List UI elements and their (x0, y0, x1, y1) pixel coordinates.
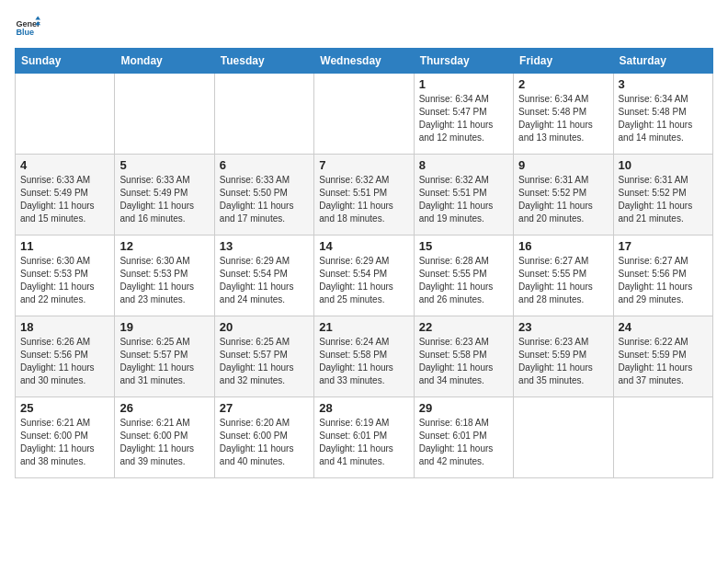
day-cell: 26Sunrise: 6:21 AMSunset: 6:00 PMDayligh… (115, 397, 214, 478)
day-cell: 18Sunrise: 6:26 AMSunset: 5:56 PMDayligh… (16, 316, 115, 397)
day-info: Sunrise: 6:33 AMSunset: 5:49 PMDaylight:… (20, 174, 109, 225)
day-cell: 20Sunrise: 6:25 AMSunset: 5:57 PMDayligh… (214, 316, 313, 397)
day-cell (314, 74, 414, 155)
day-cell: 17Sunrise: 6:27 AMSunset: 5:56 PMDayligh… (613, 236, 712, 316)
week-row-1: 4Sunrise: 6:33 AMSunset: 5:49 PMDaylight… (16, 155, 713, 236)
day-number: 15 (419, 239, 508, 253)
day-cell: 28Sunrise: 6:19 AMSunset: 6:01 PMDayligh… (314, 397, 414, 478)
weekday-header-friday: Friday (514, 49, 613, 74)
day-info: Sunrise: 6:20 AMSunset: 6:00 PMDaylight:… (220, 417, 309, 468)
day-cell: 15Sunrise: 6:28 AMSunset: 5:55 PMDayligh… (414, 236, 513, 316)
day-cell: 24Sunrise: 6:22 AMSunset: 5:59 PMDayligh… (613, 316, 712, 397)
weekday-header-monday: Monday (115, 49, 214, 74)
day-info: Sunrise: 6:33 AMSunset: 5:50 PMDaylight:… (220, 174, 309, 225)
day-number: 2 (518, 77, 608, 91)
day-cell: 2Sunrise: 6:34 AMSunset: 5:48 PMDaylight… (514, 74, 613, 155)
day-cell: 29Sunrise: 6:18 AMSunset: 6:01 PMDayligh… (414, 397, 513, 478)
weekday-header-saturday: Saturday (613, 49, 712, 74)
day-cell (16, 74, 115, 155)
day-cell: 3Sunrise: 6:34 AMSunset: 5:48 PMDaylight… (613, 74, 712, 155)
day-cell: 5Sunrise: 6:33 AMSunset: 5:49 PMDaylight… (115, 155, 214, 236)
day-cell: 6Sunrise: 6:33 AMSunset: 5:50 PMDaylight… (214, 155, 313, 236)
day-number: 10 (619, 158, 708, 172)
day-number: 28 (319, 401, 408, 415)
day-number: 19 (119, 320, 209, 334)
day-number: 16 (518, 239, 608, 253)
day-cell: 10Sunrise: 6:31 AMSunset: 5:52 PMDayligh… (613, 155, 712, 236)
day-info: Sunrise: 6:21 AMSunset: 6:00 PMDaylight:… (119, 417, 209, 468)
day-info: Sunrise: 6:34 AMSunset: 5:48 PMDaylight:… (518, 93, 608, 144)
day-number: 14 (319, 239, 408, 253)
day-number: 8 (419, 158, 508, 172)
day-info: Sunrise: 6:27 AMSunset: 5:56 PMDaylight:… (619, 255, 708, 306)
svg-marker-2 (35, 16, 40, 19)
day-info: Sunrise: 6:32 AMSunset: 5:51 PMDaylight:… (319, 174, 408, 225)
day-number: 22 (419, 320, 508, 334)
weekday-header-tuesday: Tuesday (214, 49, 313, 74)
day-info: Sunrise: 6:30 AMSunset: 5:53 PMDaylight:… (20, 255, 109, 306)
day-info: Sunrise: 6:27 AMSunset: 5:55 PMDaylight:… (518, 255, 608, 306)
day-number: 6 (220, 158, 309, 172)
day-number: 26 (119, 401, 209, 415)
weekday-header-row: SundayMondayTuesdayWednesdayThursdayFrid… (16, 49, 713, 74)
day-info: Sunrise: 6:25 AMSunset: 5:57 PMDaylight:… (220, 336, 309, 387)
day-number: 23 (518, 320, 608, 334)
day-cell: 21Sunrise: 6:24 AMSunset: 5:58 PMDayligh… (314, 316, 414, 397)
weekday-header-thursday: Thursday (414, 49, 513, 74)
day-cell: 13Sunrise: 6:29 AMSunset: 5:54 PMDayligh… (214, 236, 313, 316)
day-number: 18 (20, 320, 109, 334)
weekday-header-wednesday: Wednesday (314, 49, 414, 74)
day-number: 5 (119, 158, 209, 172)
day-info: Sunrise: 6:31 AMSunset: 5:52 PMDaylight:… (619, 174, 708, 225)
day-info: Sunrise: 6:25 AMSunset: 5:57 PMDaylight:… (119, 336, 209, 387)
day-info: Sunrise: 6:23 AMSunset: 5:59 PMDaylight:… (518, 336, 608, 387)
svg-text:Blue: Blue (16, 28, 34, 37)
logo-icon: General Blue (15, 15, 40, 40)
day-info: Sunrise: 6:21 AMSunset: 6:00 PMDaylight:… (20, 417, 109, 468)
day-number: 3 (619, 77, 708, 91)
day-info: Sunrise: 6:19 AMSunset: 6:01 PMDaylight:… (319, 417, 408, 468)
day-cell: 9Sunrise: 6:31 AMSunset: 5:52 PMDaylight… (514, 155, 613, 236)
day-number: 17 (619, 239, 708, 253)
day-info: Sunrise: 6:33 AMSunset: 5:49 PMDaylight:… (119, 174, 209, 225)
day-info: Sunrise: 6:26 AMSunset: 5:56 PMDaylight:… (20, 336, 109, 387)
day-info: Sunrise: 6:30 AMSunset: 5:53 PMDaylight:… (119, 255, 209, 306)
day-number: 4 (20, 158, 109, 172)
day-cell: 12Sunrise: 6:30 AMSunset: 5:53 PMDayligh… (115, 236, 214, 316)
day-cell: 22Sunrise: 6:23 AMSunset: 5:58 PMDayligh… (414, 316, 513, 397)
day-number: 11 (20, 239, 109, 253)
week-row-0: 1Sunrise: 6:34 AMSunset: 5:47 PMDaylight… (16, 74, 713, 155)
day-cell: 4Sunrise: 6:33 AMSunset: 5:49 PMDaylight… (16, 155, 115, 236)
logo: General Blue (15, 15, 44, 40)
day-cell (115, 74, 214, 155)
day-info: Sunrise: 6:23 AMSunset: 5:58 PMDaylight:… (419, 336, 508, 387)
day-cell: 25Sunrise: 6:21 AMSunset: 6:00 PMDayligh… (16, 397, 115, 478)
day-info: Sunrise: 6:28 AMSunset: 5:55 PMDaylight:… (419, 255, 508, 306)
week-row-3: 18Sunrise: 6:26 AMSunset: 5:56 PMDayligh… (16, 316, 713, 397)
day-number: 25 (20, 401, 109, 415)
day-number: 29 (419, 401, 508, 415)
day-cell: 1Sunrise: 6:34 AMSunset: 5:47 PMDaylight… (414, 74, 513, 155)
day-info: Sunrise: 6:31 AMSunset: 5:52 PMDaylight:… (518, 174, 608, 225)
day-number: 12 (119, 239, 209, 253)
calendar-table: SundayMondayTuesdayWednesdayThursdayFrid… (15, 48, 713, 478)
day-info: Sunrise: 6:34 AMSunset: 5:48 PMDaylight:… (619, 93, 708, 144)
day-cell: 23Sunrise: 6:23 AMSunset: 5:59 PMDayligh… (514, 316, 613, 397)
weekday-header-sunday: Sunday (16, 49, 115, 74)
day-cell: 27Sunrise: 6:20 AMSunset: 6:00 PMDayligh… (214, 397, 313, 478)
day-number: 20 (220, 320, 309, 334)
day-cell (514, 397, 613, 478)
day-info: Sunrise: 6:34 AMSunset: 5:47 PMDaylight:… (419, 93, 508, 144)
day-cell: 14Sunrise: 6:29 AMSunset: 5:54 PMDayligh… (314, 236, 414, 316)
day-cell: 19Sunrise: 6:25 AMSunset: 5:57 PMDayligh… (115, 316, 214, 397)
day-cell: 16Sunrise: 6:27 AMSunset: 5:55 PMDayligh… (514, 236, 613, 316)
day-info: Sunrise: 6:29 AMSunset: 5:54 PMDaylight:… (319, 255, 408, 306)
day-number: 1 (419, 77, 508, 91)
day-cell: 7Sunrise: 6:32 AMSunset: 5:51 PMDaylight… (314, 155, 414, 236)
day-info: Sunrise: 6:29 AMSunset: 5:54 PMDaylight:… (220, 255, 309, 306)
day-info: Sunrise: 6:32 AMSunset: 5:51 PMDaylight:… (419, 174, 508, 225)
day-number: 24 (619, 320, 708, 334)
day-cell: 11Sunrise: 6:30 AMSunset: 5:53 PMDayligh… (16, 236, 115, 316)
day-number: 21 (319, 320, 408, 334)
day-number: 9 (518, 158, 608, 172)
